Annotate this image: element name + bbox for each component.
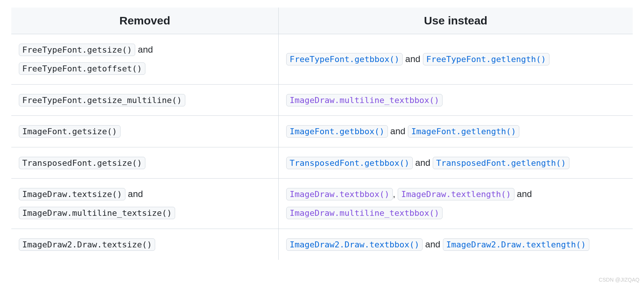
cell-removed: ImageFont.getsize() (11, 116, 279, 147)
cell-removed: TransposedFont.getsize() (11, 147, 279, 178)
api-link[interactable]: ImageDraw.multiline_textbbox() (286, 94, 443, 106)
api-link[interactable]: ImageDraw.textbbox() (286, 188, 393, 200)
table-row: ImageDraw2.Draw.textsize()ImageDraw2.Dra… (11, 229, 633, 260)
table-row: TransposedFont.getsize()TransposedFont.g… (11, 147, 633, 178)
connector-text: and (125, 189, 143, 199)
table-row: ImageDraw.textsize() and ImageDraw.multi… (11, 178, 633, 229)
cell-use-instead: ImageDraw.multiline_textbbox() (279, 84, 633, 115)
header-removed: Removed (11, 8, 279, 34)
cell-use-instead: TransposedFont.getbbox() and TransposedF… (279, 147, 633, 178)
cell-removed: FreeTypeFont.getsize_multiline() (11, 84, 279, 115)
api-code: ImageDraw.multiline_textsize() (19, 207, 175, 219)
api-link[interactable]: ImageFont.getbbox() (286, 125, 388, 138)
deprecation-table: Removed Use instead FreeTypeFont.getsize… (11, 8, 633, 260)
api-code: FreeTypeFont.getsize() (19, 44, 135, 56)
connector-text: and (135, 44, 153, 55)
api-code: TransposedFont.getsize() (19, 157, 145, 169)
api-link[interactable]: FreeTypeFont.getbbox() (286, 53, 403, 65)
api-link[interactable]: ImageDraw.multiline_textbbox() (286, 207, 443, 219)
cell-removed: FreeTypeFont.getsize() and FreeTypeFont.… (11, 34, 279, 85)
header-use-instead: Use instead (279, 8, 633, 34)
api-code: FreeTypeFont.getsize_multiline() (19, 94, 185, 106)
table-row: FreeTypeFont.getsize() and FreeTypeFont.… (11, 34, 633, 85)
table-header-row: Removed Use instead (11, 8, 633, 34)
api-code: ImageFont.getsize() (19, 125, 121, 138)
connector-text: and (514, 189, 532, 199)
cell-removed: ImageDraw2.Draw.textsize() (11, 229, 279, 260)
api-link[interactable]: ImageDraw2.Draw.textlength() (443, 238, 589, 251)
api-link[interactable]: ImageDraw.textlength() (398, 188, 514, 200)
connector-text: and (413, 158, 433, 168)
api-link[interactable]: FreeTypeFont.getlength() (423, 53, 549, 65)
connector-text: , (393, 189, 398, 199)
cell-use-instead: ImageDraw.textbbox(), ImageDraw.textleng… (279, 178, 633, 229)
cell-use-instead: FreeTypeFont.getbbox() and FreeTypeFont.… (279, 34, 633, 85)
api-link[interactable]: TransposedFont.getbbox() (286, 157, 413, 169)
table-row: FreeTypeFont.getsize_multiline()ImageDra… (11, 84, 633, 115)
api-code: FreeTypeFont.getoffset() (19, 62, 145, 75)
api-link[interactable]: TransposedFont.getlength() (433, 157, 569, 169)
cell-use-instead: ImageDraw2.Draw.textbbox() and ImageDraw… (279, 229, 633, 260)
connector-text: and (423, 239, 443, 249)
cell-use-instead: ImageFont.getbbox() and ImageFont.getlen… (279, 116, 633, 147)
api-code: ImageDraw2.Draw.textsize() (19, 238, 155, 251)
connector-text: and (403, 54, 423, 64)
connector-text: and (388, 126, 408, 136)
api-link[interactable]: ImageFont.getlength() (408, 125, 519, 138)
cell-removed: ImageDraw.textsize() and ImageDraw.multi… (11, 178, 279, 229)
api-link[interactable]: ImageDraw2.Draw.textbbox() (286, 238, 423, 251)
api-code: ImageDraw.textsize() (19, 188, 125, 200)
table-row: ImageFont.getsize()ImageFont.getbbox() a… (11, 116, 633, 147)
